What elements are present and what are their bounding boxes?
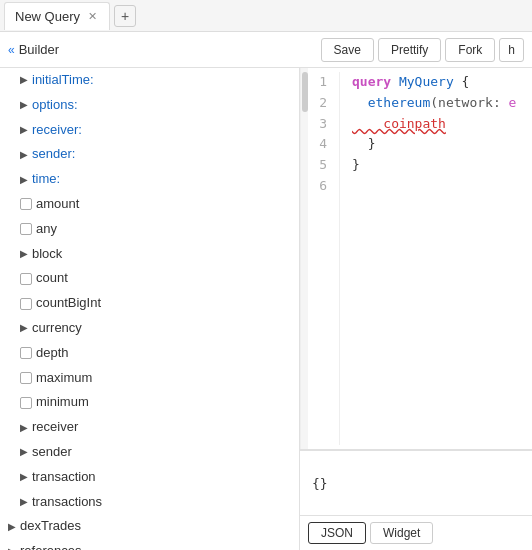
- right-panel: 1 2 3 4 5 6 query MyQuery { ethereum(net…: [300, 68, 532, 550]
- checkbox-icon[interactable]: [20, 223, 32, 235]
- code-line-2: ethereum(network: e: [352, 93, 516, 114]
- code-line-3: coinpath: [352, 114, 516, 135]
- builder-title: Builder: [19, 42, 59, 57]
- main-content: ▶ initialTime: ▶ options: ▶ receiver: ▶ …: [0, 68, 532, 550]
- arrow-icon: ▶: [8, 519, 16, 535]
- arrow-icon: ▶: [20, 420, 28, 436]
- checkbox-icon[interactable]: [20, 198, 32, 210]
- line-number-4: 4: [316, 134, 327, 155]
- tree-item-label: amount: [36, 194, 79, 215]
- tree-item-label: transaction: [32, 467, 96, 488]
- tree-item-receiver-field[interactable]: ▶ receiver:: [0, 118, 299, 143]
- line-number-3: 3: [316, 114, 327, 135]
- tree-item-label: count: [36, 268, 68, 289]
- tree-item-label: initialTime:: [32, 70, 94, 91]
- code-line-5: }: [352, 155, 516, 176]
- arrow-icon: ▶: [20, 97, 28, 113]
- checkbox-icon[interactable]: [20, 273, 32, 285]
- tree-item-label: sender:: [32, 144, 75, 165]
- tree-item-transactions[interactable]: ▶ transactions: [0, 490, 299, 515]
- tree-item-depth[interactable]: depth: [0, 341, 299, 366]
- tab-add-button[interactable]: +: [114, 5, 136, 27]
- checkbox-icon[interactable]: [20, 397, 32, 409]
- tree-item-label: countBigInt: [36, 293, 101, 314]
- header-buttons: Save Prettify Fork h: [321, 38, 524, 62]
- header: « Builder Save Prettify Fork h: [0, 32, 532, 68]
- result-value: {}: [312, 476, 328, 491]
- builder-label: « Builder: [8, 42, 321, 57]
- tab-close-button[interactable]: ✕: [86, 9, 99, 24]
- widget-tab[interactable]: Widget: [370, 522, 433, 544]
- tree-item-label: maximum: [36, 368, 92, 389]
- arrow-icon: ▶: [20, 469, 28, 485]
- scrollbar-thumb[interactable]: [302, 72, 308, 112]
- fork-button[interactable]: Fork: [445, 38, 495, 62]
- more-button[interactable]: h: [499, 38, 524, 62]
- tab-bar: New Query ✕ +: [0, 0, 532, 32]
- tree-item-minimum[interactable]: minimum: [0, 390, 299, 415]
- tab-label: New Query: [15, 9, 80, 24]
- prettify-button[interactable]: Prettify: [378, 38, 441, 62]
- arrow-icon: ▶: [8, 544, 16, 550]
- tree-item-label: time:: [32, 169, 60, 190]
- tree-item-countbigint[interactable]: countBigInt: [0, 291, 299, 316]
- code-lines: 1 2 3 4 5 6 query MyQuery { ethereum(net…: [308, 68, 516, 449]
- arrow-icon: ▶: [20, 494, 28, 510]
- arrow-icon: ▶: [20, 72, 28, 88]
- save-button[interactable]: Save: [321, 38, 374, 62]
- checkbox-icon[interactable]: [20, 298, 32, 310]
- tree-item-label: currency: [32, 318, 82, 339]
- tree-item-any[interactable]: any: [0, 217, 299, 242]
- tree-item-label: receiver: [32, 417, 78, 438]
- tree-item-count[interactable]: count: [0, 266, 299, 291]
- result-tabs: JSON Widget: [300, 515, 532, 550]
- tree-item-currency[interactable]: ▶ currency: [0, 316, 299, 341]
- code-line-4: }: [352, 134, 516, 155]
- tree-item-receiver[interactable]: ▶ receiver: [0, 415, 299, 440]
- result-area: {} JSON Widget: [300, 450, 532, 550]
- tree-item-amount[interactable]: amount: [0, 192, 299, 217]
- checkbox-icon[interactable]: [20, 372, 32, 384]
- tree-item-time[interactable]: ▶ time:: [0, 167, 299, 192]
- arrow-icon: ▶: [20, 172, 28, 188]
- line-numbers: 1 2 3 4 5 6: [308, 72, 340, 445]
- left-panel: ▶ initialTime: ▶ options: ▶ receiver: ▶ …: [0, 68, 300, 550]
- json-tab[interactable]: JSON: [308, 522, 366, 544]
- tree-item-options[interactable]: ▶ options:: [0, 93, 299, 118]
- code-content[interactable]: query MyQuery { ethereum(network: e coin…: [340, 72, 516, 445]
- tree-item-transaction[interactable]: ▶ transaction: [0, 465, 299, 490]
- tree-item-maximum[interactable]: maximum: [0, 366, 299, 391]
- tree-item-sender-field[interactable]: ▶ sender:: [0, 142, 299, 167]
- line-number-2: 2: [316, 93, 327, 114]
- tree-item-label: dexTrades: [20, 516, 81, 537]
- tab-new-query[interactable]: New Query ✕: [4, 2, 110, 30]
- code-editor[interactable]: 1 2 3 4 5 6 query MyQuery { ethereum(net…: [300, 68, 532, 450]
- arrow-icon: ▶: [20, 320, 28, 336]
- tree-item-initialtime[interactable]: ▶ initialTime:: [0, 68, 299, 93]
- line-number-6: 6: [316, 176, 327, 197]
- tree-item-references[interactable]: ▶ references: [0, 539, 299, 550]
- scrollbar[interactable]: [300, 68, 308, 449]
- arrow-icon: ▶: [20, 147, 28, 163]
- tree-item-label: references: [20, 541, 81, 550]
- tree-item-label: transactions: [32, 492, 102, 513]
- result-content: {}: [300, 451, 532, 515]
- collapse-icon[interactable]: «: [8, 43, 15, 57]
- tree-item-block[interactable]: ▶ block: [0, 242, 299, 267]
- tree-item-sender[interactable]: ▶ sender: [0, 440, 299, 465]
- arrow-icon: ▶: [20, 246, 28, 262]
- tree-item-dextrades[interactable]: ▶ dexTrades: [0, 514, 299, 539]
- tree-item-label: options:: [32, 95, 78, 116]
- tree-item-label: depth: [36, 343, 69, 364]
- line-number-1: 1: [316, 72, 327, 93]
- tree-item-label: any: [36, 219, 57, 240]
- checkbox-icon[interactable]: [20, 347, 32, 359]
- tree-item-label: block: [32, 244, 62, 265]
- tree-item-label: minimum: [36, 392, 89, 413]
- arrow-icon: ▶: [20, 444, 28, 460]
- tree-item-label: sender: [32, 442, 72, 463]
- tree-item-label: receiver:: [32, 120, 82, 141]
- arrow-icon: ▶: [20, 122, 28, 138]
- code-line-1: query MyQuery {: [352, 72, 516, 93]
- line-number-5: 5: [316, 155, 327, 176]
